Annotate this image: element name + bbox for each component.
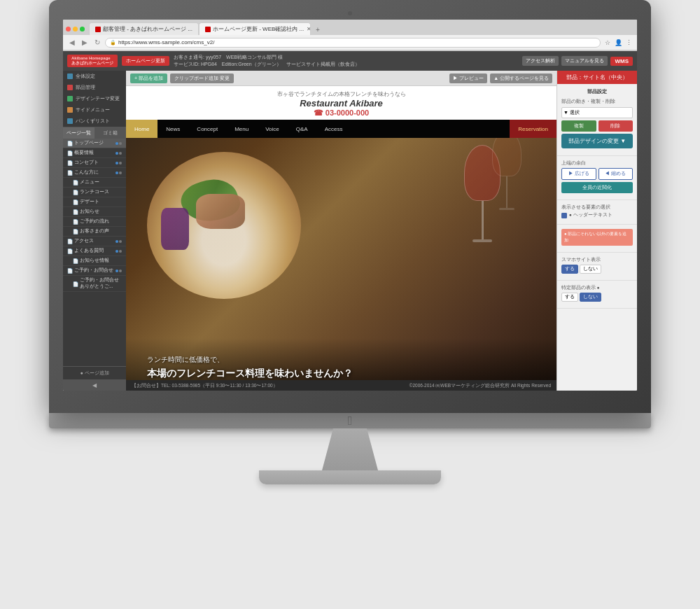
- restaurant-nav: Home News Concept Menu Voice Q&A Access …: [126, 120, 556, 138]
- sidebar-collapse-btn[interactable]: ◀: [63, 379, 126, 391]
- tab-page-list[interactable]: ページ一覧: [63, 127, 94, 139]
- nav-voice[interactable]: Voice: [257, 120, 288, 138]
- page-icon4: 📄: [67, 170, 72, 175]
- nav-qa[interactable]: Q&A: [288, 120, 316, 138]
- header-info-line1: お客さま通号: yyy057 WEB戦略コンサル部門 様: [174, 54, 518, 61]
- page-dot11: [115, 250, 118, 253]
- rp-dropdown[interactable]: ▼ 選択: [561, 107, 633, 118]
- rp-special-yes[interactable]: する: [561, 293, 578, 302]
- publish-btn[interactable]: ▲ 公開するページを見る: [490, 74, 552, 83]
- page-list-flow[interactable]: 📄 ご予約の流れ: [63, 217, 126, 227]
- rp-expand-btn[interactable]: ▶ 広げる: [561, 168, 596, 180]
- page-icon: 📄: [67, 141, 72, 146]
- page-list-thanks[interactable]: 📄 ご予約・お問合せありがとうご...: [63, 276, 126, 292]
- refresh-button[interactable]: ↻: [92, 38, 102, 48]
- add-page-button[interactable]: ● ページ追加: [63, 366, 126, 379]
- page-dot9: [115, 240, 118, 243]
- rp-special-toggle: する しない: [561, 293, 601, 302]
- page-icon15: 📄: [73, 281, 78, 286]
- page-icon12: 📄: [67, 248, 72, 253]
- url-bar[interactable]: 🔒 https://www.wms-sample.com/cms_v2/: [105, 38, 601, 48]
- wine-glass-base: [472, 239, 492, 242]
- page-list-top[interactable]: 📄 トップページ: [63, 139, 126, 148]
- page-list-dessert[interactable]: 📄 デザート: [63, 197, 126, 207]
- header-update-btn[interactable]: ホームページ更新: [122, 56, 169, 66]
- back-button[interactable]: ◀: [67, 38, 77, 48]
- nav-home[interactable]: Home: [126, 120, 158, 138]
- page-list-voice[interactable]: 📄 お客さまの声: [63, 227, 126, 237]
- tab-trash[interactable]: ゴミ箱: [94, 127, 126, 139]
- page-list-lunch[interactable]: 📄 ランチコース: [63, 188, 126, 197]
- cms-logo: Akibane Homepage あきばれホームページ: [67, 55, 118, 67]
- add-tab-button[interactable]: +: [312, 24, 323, 35]
- rp-smartphone-yes[interactable]: する: [561, 265, 578, 274]
- restaurant-header: 市ヶ谷でランチタイムの本格フレンチを味わうなら Restaurant Akiba…: [126, 86, 556, 120]
- cms-sidebar: 全体設定 部品管理 デザインテーマ変更: [63, 71, 126, 391]
- rp-shrink-btn[interactable]: ◀ 縮める: [598, 168, 634, 180]
- tab-cms[interactable]: 顧客管理 - あきばれホームページ ...: [89, 22, 199, 35]
- rp-design-change-btn[interactable]: 部品デザインの変更 ▼: [561, 134, 633, 148]
- hero-text-line2: 本場のフレンチコース料理を味わいませんか？: [147, 368, 444, 380]
- page-icon6: 📄: [73, 190, 78, 195]
- access-analysis-btn[interactable]: アクセス解析: [522, 56, 559, 66]
- rp-smartphone-label: スマホサイト表示: [561, 257, 633, 263]
- nav-concept[interactable]: Concept: [188, 120, 226, 138]
- sidebar-item-global[interactable]: 全体設定: [63, 71, 126, 82]
- preview-btn[interactable]: ▶ プレビュー: [449, 74, 487, 83]
- page-dot10: [119, 240, 122, 243]
- page-dot13: [115, 270, 118, 272]
- manual-btn[interactable]: マニュアルを見る: [561, 56, 608, 66]
- wine-glass2-container: [492, 138, 522, 210]
- page-list-access[interactable]: 📄 アクセス: [63, 237, 126, 246]
- page-list-menu[interactable]: 📄 メニュー: [63, 178, 126, 188]
- status-left: 【お問合せ】TEL: 03-5388-5985（平日 9:30〜11:30 / …: [132, 383, 278, 389]
- rp-add-element-btn[interactable]: ● 部品にそれない以外の要素を追加: [561, 229, 633, 246]
- page-list-concept[interactable]: 📄 コンセプト: [63, 158, 126, 168]
- menu-icon[interactable]: ⋮: [624, 38, 633, 47]
- restaurant-title: Restaurant Akibare: [126, 98, 556, 108]
- add-parts-btn[interactable]: + 部品を追加: [130, 74, 167, 83]
- minimize-button[interactable]: [73, 27, 78, 31]
- tab-label: 顧客管理 - あきばれホームページ ...: [103, 25, 192, 33]
- tab-close-icon[interactable]: ✕: [307, 26, 311, 32]
- clipboard-btn[interactable]: クリップボード追加 変更: [170, 74, 234, 83]
- rp-smartphone-no[interactable]: しない: [580, 265, 601, 274]
- fullscreen-button[interactable]: [80, 27, 85, 31]
- sidebar-item-sidemenu[interactable]: サイドメニュー: [63, 104, 126, 115]
- nav-reservation[interactable]: Reservation: [510, 120, 556, 138]
- nav-access[interactable]: Access: [316, 120, 351, 138]
- page-label-lunch: ランチコース: [80, 189, 109, 195]
- page-list-konnakata[interactable]: 📄 こんな方に: [63, 168, 126, 178]
- page-label-voice: お客さまの声: [80, 228, 109, 234]
- page-dot14: [119, 270, 122, 272]
- forward-button[interactable]: ▶: [80, 38, 90, 48]
- page-label-menu: メニュー: [80, 179, 99, 186]
- nav-news[interactable]: News: [158, 120, 188, 138]
- rp-copy-btn[interactable]: 複製: [561, 120, 596, 132]
- rp-header-text-checkbox[interactable]: [561, 213, 567, 218]
- page-list-faq[interactable]: 📄 よくある質問: [63, 246, 126, 256]
- tab-homepage[interactable]: ホームページ更新 - WEB確認社内 ... ✕: [199, 22, 311, 35]
- rp-section-title: 部品設定: [561, 88, 633, 95]
- page-list-info[interactable]: 📄 お知らせ情報: [63, 256, 126, 266]
- sidebar-item-parts[interactable]: 部品管理: [63, 82, 126, 93]
- rp-column-btn[interactable]: 全員の近閲化: [561, 182, 633, 193]
- page-list-contact[interactable]: 📄 ご予約・お問合せ: [63, 266, 126, 276]
- page-list-news[interactable]: 📄 お知らせ: [63, 207, 126, 217]
- close-button[interactable]: [66, 27, 71, 31]
- cms-right-panel: 部品：サイト名（中央） 部品設定 部品の動き・複製・削除 ▼ 選択 複製 削除: [556, 71, 637, 391]
- restaurant-preview: 市ヶ谷でランチタイムの本格フレンチを味わうなら Restaurant Akiba…: [126, 86, 556, 380]
- sidebar-item-breadcrumb[interactable]: パンくずリスト: [63, 115, 126, 127]
- sidebar-item-design[interactable]: デザインテーマ変更: [63, 93, 126, 104]
- rp-sub-title: 部品の動き・複製・削除: [561, 98, 633, 105]
- rp-special-no[interactable]: しない: [580, 293, 601, 302]
- sidebar-pages-header: ページ一覧 ゴミ箱: [63, 127, 126, 139]
- nav-menu[interactable]: Menu: [226, 120, 257, 138]
- rp-space-btns: ▶ 広げる ◀ 縮める: [561, 168, 633, 180]
- person-icon[interactable]: 👤: [614, 38, 622, 47]
- star-icon[interactable]: ☆: [603, 38, 612, 47]
- rp-delete-btn[interactable]: 削除: [598, 120, 634, 132]
- page-icon5: 📄: [73, 180, 78, 185]
- page-list-overview[interactable]: 📄 概要情報: [63, 148, 126, 158]
- sidebar-item-parts-label: 部品管理: [76, 84, 95, 91]
